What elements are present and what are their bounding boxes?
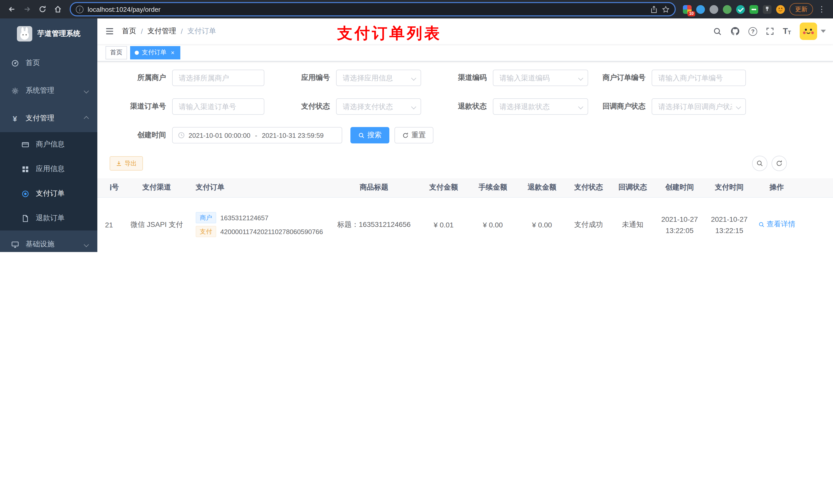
browser-extensions: 10 更新 — [681, 3, 828, 15]
close-icon[interactable] — [170, 49, 176, 55]
cell-fee: ¥ 0.00 — [468, 197, 518, 252]
navbar-actions — [713, 23, 833, 40]
extension-pin-icon[interactable] — [763, 5, 771, 14]
extension-green-icon[interactable] — [723, 5, 732, 14]
sidebar-item-system[interactable]: 系统管理 — [0, 77, 97, 104]
grid-icon — [21, 165, 30, 173]
export-button[interactable]: 导出 — [110, 156, 143, 171]
sidebar-item-merchant-info[interactable]: 商户信息 — [0, 132, 97, 157]
search-icon[interactable] — [713, 27, 722, 35]
merchant-input[interactable] — [172, 70, 264, 86]
refresh-button[interactable] — [771, 156, 787, 171]
sidebar-item-label: 退款订单 — [36, 214, 65, 223]
home-button[interactable] — [51, 3, 65, 16]
col-pay-order: 支付订单 — [188, 178, 329, 197]
refund-status-select[interactable] — [493, 98, 588, 115]
date-start-value: 2021-10-01 00:00:00 — [189, 131, 250, 139]
help-icon[interactable] — [748, 27, 757, 35]
breadcrumb-item[interactable]: 首页 — [122, 27, 136, 36]
date-end-value: 2021-10-31 23:59:59 — [262, 131, 324, 139]
bookmark-star-icon[interactable] — [662, 5, 670, 13]
breadcrumb-item[interactable]: 支付管理 — [147, 27, 176, 36]
document-icon — [21, 214, 30, 222]
channel-code-select[interactable] — [493, 70, 588, 86]
site-info-icon[interactable] — [76, 5, 84, 13]
dashboard-icon — [10, 59, 20, 67]
gear-icon — [10, 87, 20, 95]
hamburger-icon[interactable] — [97, 27, 122, 36]
tab-home[interactable]: 首页 — [105, 46, 127, 59]
merchant-tag: 商户 — [196, 212, 216, 223]
clock-icon — [178, 131, 185, 139]
payment-submenu: 商户信息 应用信息 支付订单 退款订单 — [0, 132, 97, 231]
date-range-input[interactable]: 2021-10-01 00:00:00 2021-10-31 23:59:59 — [172, 127, 342, 143]
pay-status-label: 支付状态 — [275, 102, 336, 111]
url-text[interactable]: localhost:1024/pay/order — [88, 5, 646, 13]
sidebar-item-label: 基础设施 — [26, 240, 54, 249]
github-icon[interactable] — [731, 27, 740, 36]
extension-gray-icon[interactable] — [710, 5, 718, 14]
app-logo-row: 芋道管理系统 — [0, 19, 97, 49]
export-button-label: 导出 — [124, 159, 137, 168]
channel-order-no-input[interactable] — [172, 98, 264, 115]
browser-update-button[interactable]: 更新 — [789, 3, 813, 15]
sidebar-item-app-info[interactable]: 应用信息 — [0, 157, 97, 181]
merchant-order-no: 1635312124657 — [220, 214, 268, 221]
pay-order-no: 4200001174202110278060590766 — [220, 228, 323, 235]
pay-status-select[interactable] — [336, 98, 421, 115]
sidebar-item-home[interactable]: 首页 — [0, 49, 97, 77]
browser-menu-icon[interactable] — [818, 5, 826, 14]
extension-blue-icon[interactable] — [696, 5, 705, 14]
table-toolbar: 导出 — [97, 156, 833, 171]
sidebar-item-payment[interactable]: ¥ 支付管理 — [0, 104, 97, 132]
reload-button[interactable] — [36, 3, 49, 16]
target-icon — [21, 190, 30, 197]
search-button[interactable]: 搜索 — [351, 127, 389, 143]
create-time-label: 创建时间 — [110, 130, 172, 140]
sidebar-item-label: 支付管理 — [26, 114, 54, 123]
sidebar-item-label: 首页 — [26, 58, 40, 68]
toggle-search-button[interactable] — [752, 156, 767, 171]
chevron-up-icon — [84, 116, 89, 121]
extension-emoji-icon[interactable] — [776, 5, 785, 14]
merchant-order-no-label: 商户订单编号 — [588, 73, 652, 82]
col-title: 商品标题 — [329, 178, 419, 197]
app-select[interactable] — [336, 70, 421, 86]
notify-status-select[interactable] — [652, 98, 746, 115]
col-pay-time: 支付时间 — [705, 178, 754, 197]
notify-status-label: 回调商户状态 — [588, 102, 652, 111]
bank-card-icon — [21, 141, 30, 148]
reset-button[interactable]: 重置 — [395, 127, 433, 143]
merchant-order-no-input[interactable] — [652, 70, 746, 86]
cell-actions: 查看详情 — [754, 197, 799, 252]
table-header-row: 编号 支付渠道 支付订单 商品标题 支付金额 手续金额 退款金额 支付状态 回调… — [97, 178, 833, 197]
extension-chat-icon[interactable] — [749, 5, 758, 14]
sidebar-item-pay-order[interactable]: 支付订单 — [0, 181, 97, 206]
font-size-icon[interactable] — [783, 27, 791, 35]
cell-status: 支付成功 — [567, 197, 611, 252]
sidebar-item-refund-order[interactable]: 退款订单 — [0, 206, 97, 231]
chevron-down-icon[interactable] — [821, 30, 826, 33]
cell-refund: ¥ 0.00 — [518, 197, 567, 252]
address-bar[interactable]: localhost:1024/pay/order — [70, 2, 676, 16]
breadcrumb-current: 支付订单 — [188, 27, 216, 36]
view-detail-link[interactable]: 查看详情 — [758, 220, 795, 229]
cell-channel: 微信 JSAPI 支付 — [126, 197, 188, 252]
user-menu[interactable] — [800, 23, 826, 40]
avatar[interactable] — [800, 23, 817, 40]
fullscreen-icon[interactable] — [766, 27, 774, 35]
col-refund: 退款金额 — [518, 178, 567, 197]
reset-button-label: 重置 — [411, 130, 426, 140]
pay-tag: 支付 — [196, 226, 216, 237]
cell-pay-order: 商户1635312124657 支付4200001174202110278060… — [188, 197, 329, 252]
back-button[interactable] — [5, 3, 19, 16]
extension-colorful-icon[interactable]: 10 — [683, 5, 692, 14]
refund-status-label: 退款状态 — [431, 102, 493, 111]
share-icon[interactable] — [650, 5, 658, 13]
forward-button[interactable] — [21, 3, 34, 16]
breadcrumb-separator — [141, 27, 143, 35]
tab-pay-order[interactable]: 支付订单 — [130, 46, 180, 59]
sidebar-item-infra[interactable]: 基础设施 — [0, 231, 97, 252]
yen-icon: ¥ — [10, 114, 20, 123]
extension-teal-icon[interactable] — [736, 5, 745, 14]
